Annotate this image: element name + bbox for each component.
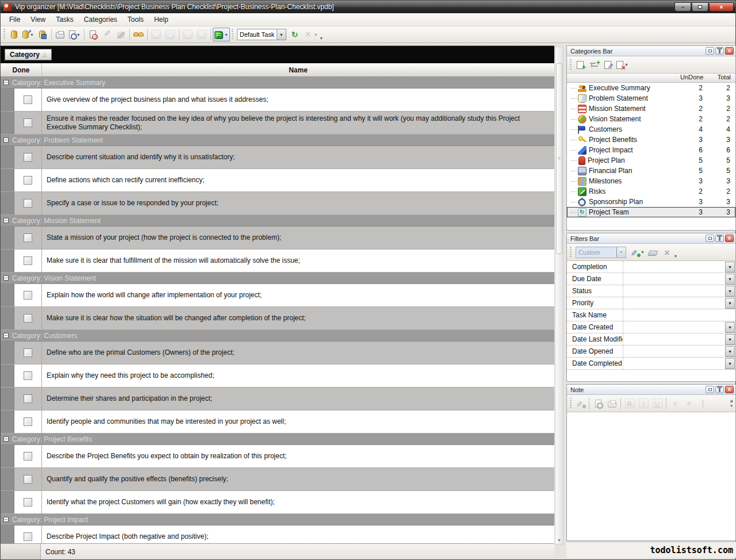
restore-button[interactable] (692, 2, 708, 11)
scrollbar-thumb[interactable]: ≡ (556, 63, 562, 254)
add-category-button[interactable] (573, 58, 587, 72)
move-to-bottom-button[interactable] (181, 28, 195, 41)
menu-view[interactable]: View (25, 14, 51, 25)
note-editor[interactable] (567, 412, 735, 540)
task-row[interactable]: Define who are the primal Customers (Own… (1, 342, 554, 365)
move-down-button[interactable] (150, 28, 163, 41)
filter-value-field[interactable] (623, 297, 724, 309)
filter-value-field[interactable] (623, 333, 724, 345)
collapse-icon[interactable] (3, 275, 9, 281)
task-row[interactable]: Identify what the project Customers will… (1, 491, 554, 514)
toolbar-overflow-icon[interactable]: ▾ (674, 254, 677, 259)
category-list-item[interactable]: Problem Statement33 (567, 93, 735, 103)
category-list-item[interactable]: Project Impact66 (567, 145, 735, 155)
note-print-preview-button[interactable] (591, 397, 605, 411)
clear-filter-button[interactable] (646, 246, 660, 259)
task-checkbox[interactable] (24, 153, 32, 162)
category-group-row[interactable]: Category: Project Impact (1, 514, 554, 526)
panel-restore-button[interactable] (706, 235, 714, 242)
task-template-combo[interactable]: Default Task ▼ (237, 29, 286, 40)
task-row[interactable]: Make sure it is clear how the situation … (1, 307, 554, 330)
move-to-top-button[interactable] (195, 28, 209, 41)
filter-preset-combo[interactable]: Custom ▼ (576, 247, 626, 258)
toolbar-grip[interactable] (569, 247, 572, 258)
category-list-item[interactable]: Milestones33 (567, 176, 735, 186)
category-group-row[interactable]: Category: Executive Summary (1, 77, 554, 89)
category-group-row[interactable]: Category: Vision Statement (1, 273, 554, 284)
task-row[interactable]: Explain how the world will change after … (1, 284, 554, 307)
task-row[interactable]: Explain why they need this project to be… (1, 365, 554, 388)
column-header-name[interactable]: Name (42, 63, 554, 76)
task-row[interactable]: Define actions which can rectify current… (1, 169, 554, 192)
toolbar-grip[interactable] (569, 398, 572, 409)
scrollbar-down-arrow-icon[interactable]: ▾ (555, 538, 563, 543)
task-checkbox[interactable] (24, 314, 32, 323)
notes-view-button[interactable]: ▼ (213, 28, 230, 41)
menu-tools[interactable]: Tools (122, 14, 149, 25)
task-checkbox[interactable] (24, 498, 32, 507)
task-row[interactable]: Give overview of the project business pl… (1, 89, 554, 112)
filter-dropdown-button[interactable]: ▼ (725, 262, 735, 273)
insert-note-button[interactable] (573, 397, 587, 411)
toolbar-grip[interactable] (231, 29, 234, 40)
align-left-button[interactable]: ≡ (668, 397, 682, 411)
delete-x-button[interactable]: ▼ (302, 28, 320, 41)
task-row[interactable]: Describe current situation and identify … (1, 146, 554, 169)
task-row[interactable]: Describe Project Impact (both negative a… (1, 526, 554, 543)
category-list-item[interactable]: Project Team33 (567, 207, 735, 217)
panel-restore-button[interactable] (706, 386, 714, 393)
panel-close-button[interactable]: × (725, 235, 734, 242)
task-row[interactable]: Ensure it makes the reader focused on th… (1, 112, 554, 135)
collapse-icon[interactable] (3, 517, 9, 522)
panel-close-button[interactable]: × (725, 386, 734, 393)
task-row[interactable]: Determine their shares and participation… (1, 388, 554, 411)
minimize-button[interactable]: – (674, 2, 691, 11)
filter-dropdown-button[interactable]: ▼ (725, 286, 735, 297)
task-checkbox[interactable] (24, 176, 32, 185)
menu-help[interactable]: Help (149, 14, 174, 25)
insert-template-button[interactable] (288, 28, 302, 41)
collapse-icon[interactable] (3, 333, 9, 338)
category-list-item[interactable]: Project Benefits33 (567, 135, 735, 145)
category-list-item[interactable]: Customers44 (567, 124, 735, 135)
print-button[interactable] (53, 28, 67, 41)
task-row[interactable]: Make sure it is clear that fulfillment o… (1, 250, 554, 273)
align-right-button[interactable]: ≡ (682, 397, 696, 411)
toolbar-grip[interactable] (569, 59, 572, 71)
filter-dropdown-button[interactable]: ▼ (725, 358, 735, 369)
category-list-item[interactable]: Project Plan55 (567, 155, 735, 166)
toolbar-grip[interactable] (3, 29, 6, 40)
column-header-total[interactable]: Total (708, 74, 735, 82)
category-list-item[interactable]: Executive Summary22 (567, 83, 735, 93)
menu-file[interactable]: File (4, 14, 25, 25)
task-row[interactable]: State a mission of your project (how the… (1, 227, 554, 250)
italic-button[interactable]: I (637, 397, 650, 411)
delete-x-button[interactable] (660, 246, 674, 259)
filter-value-field[interactable] (623, 273, 724, 285)
filter-value-field[interactable] (623, 346, 724, 357)
panel-pin-button[interactable] (715, 47, 724, 55)
apply-filter-button[interactable]: ▼ (628, 246, 646, 259)
move-up-button[interactable] (163, 28, 177, 41)
filter-value-field[interactable] (623, 358, 724, 369)
category-list-item[interactable]: Sponsorship Plan33 (567, 197, 735, 207)
task-checkbox[interactable] (24, 291, 32, 300)
note-toolbar-overflow[interactable]: »▾ (730, 398, 735, 408)
task-checkbox[interactable] (24, 118, 32, 127)
category-list-item[interactable]: Vision Statement22 (567, 114, 735, 124)
filter-value-field[interactable] (623, 321, 724, 333)
task-row[interactable]: Specify a case or issue to be responded … (1, 192, 554, 215)
collapse-icon[interactable] (3, 218, 9, 223)
task-checkbox[interactable] (24, 417, 32, 426)
column-header-undone[interactable]: UnDone (680, 74, 708, 82)
task-row[interactable]: Identify people and communities that may… (1, 411, 554, 434)
group-by-category-button[interactable]: Category △ (5, 49, 52, 60)
category-list-item[interactable]: Financial Plan55 (567, 166, 735, 176)
new-task-button[interactable] (86, 28, 100, 41)
edit-category-button[interactable] (601, 58, 615, 72)
filter-dropdown-button[interactable]: ▼ (725, 274, 735, 285)
category-group-row[interactable]: Category: Project Benefits (1, 434, 554, 445)
chevron-down-icon[interactable]: ▼ (277, 29, 286, 40)
close-button[interactable]: × (709, 2, 734, 11)
task-checkbox[interactable] (24, 452, 32, 461)
